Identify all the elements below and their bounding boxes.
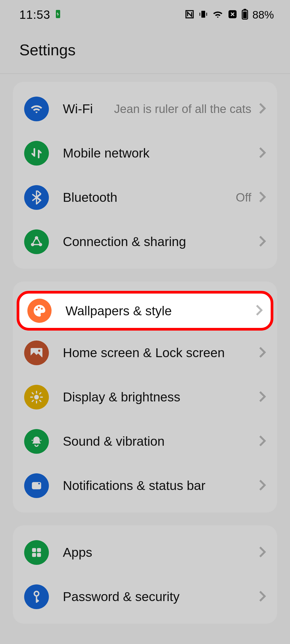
settings-item-wallpapers-style[interactable]: Wallpapers & style [17, 291, 273, 331]
svg-point-27 [38, 307, 40, 309]
palette-icon [27, 299, 52, 323]
svg-point-28 [41, 308, 43, 310]
svg-point-26 [36, 309, 38, 310]
chevron-right-icon [256, 305, 263, 317]
settings-item-label: Wallpapers & style [66, 303, 256, 318]
